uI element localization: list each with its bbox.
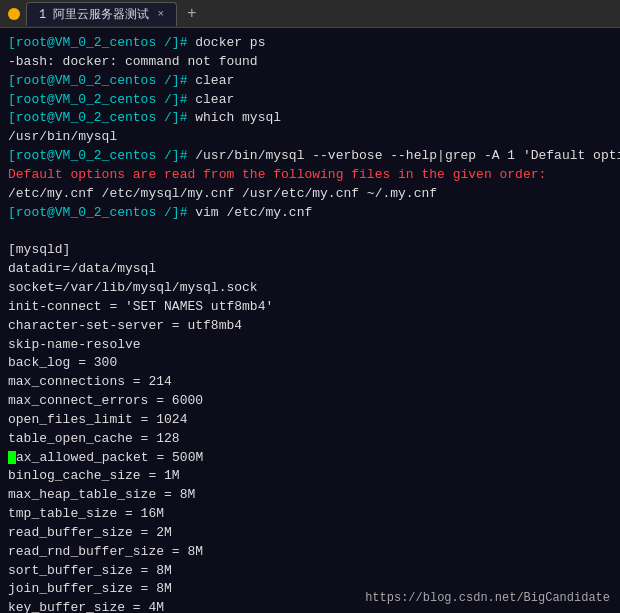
terminal-line: max_connections = 214 (8, 373, 612, 392)
terminal-line: open_files_limit = 1024 (8, 411, 612, 430)
terminal-line: /usr/bin/mysql (8, 128, 612, 147)
terminal-line: read_rnd_buffer_size = 8M (8, 543, 612, 562)
terminal-content: [root@VM_0_2_centos /]# docker ps-bash: … (8, 34, 612, 613)
window-dot (8, 8, 20, 20)
titlebar: 1 阿里云服务器测试 × + (0, 0, 620, 28)
terminal-line: table_open_cache = 128 (8, 430, 612, 449)
terminal-line: back_log = 300 (8, 354, 612, 373)
terminal-line: [root@VM_0_2_centos /]# /usr/bin/mysql -… (8, 147, 612, 166)
terminal-line: character-set-server = utf8mb4 (8, 317, 612, 336)
terminal-area[interactable]: [root@VM_0_2_centos /]# docker ps-bash: … (0, 28, 620, 613)
terminal-line: [root@VM_0_2_centos /]# clear (8, 91, 612, 110)
terminal-line: socket=/var/lib/mysql/mysql.sock (8, 279, 612, 298)
terminal-line: ax_allowed_packet = 500M (8, 449, 612, 468)
terminal-line: sort_buffer_size = 8M (8, 562, 612, 581)
tab-label: 1 阿里云服务器测试 (39, 6, 149, 23)
terminal-line: skip-name-resolve (8, 336, 612, 355)
terminal-line: read_buffer_size = 2M (8, 524, 612, 543)
terminal-line: -bash: docker: command not found (8, 53, 612, 72)
terminal-line: [root@VM_0_2_centos /]# which mysql (8, 109, 612, 128)
terminal-line: [root@VM_0_2_centos /]# clear (8, 72, 612, 91)
terminal-line: max_heap_table_size = 8M (8, 486, 612, 505)
terminal-line: binlog_cache_size = 1M (8, 467, 612, 486)
terminal-line: Default options are read from the follow… (8, 166, 612, 185)
new-tab-button[interactable]: + (187, 5, 197, 23)
terminal-line: init-connect = 'SET NAMES utf8mb4' (8, 298, 612, 317)
terminal-line (8, 222, 612, 241)
watermark: https://blog.csdn.net/BigCandidate (365, 591, 610, 605)
terminal-line: max_connect_errors = 6000 (8, 392, 612, 411)
tab-main[interactable]: 1 阿里云服务器测试 × (26, 2, 177, 26)
terminal-line: tmp_table_size = 16M (8, 505, 612, 524)
terminal-line: [root@VM_0_2_centos /]# vim /etc/my.cnf (8, 204, 612, 223)
close-tab-button[interactable]: × (157, 8, 164, 20)
terminal-line: /etc/my.cnf /etc/mysql/my.cnf /usr/etc/m… (8, 185, 612, 204)
terminal-line: [mysqld] (8, 241, 612, 260)
terminal-line: datadir=/data/mysql (8, 260, 612, 279)
terminal-line: [root@VM_0_2_centos /]# docker ps (8, 34, 612, 53)
